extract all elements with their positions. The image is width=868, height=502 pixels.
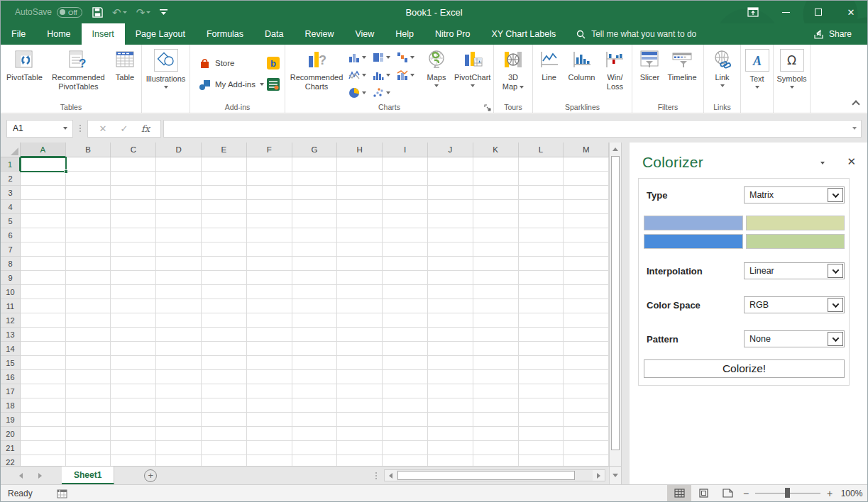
expand-formula-bar-icon[interactable] [852, 127, 857, 130]
cell-B1[interactable] [66, 157, 111, 172]
horizontal-scrollbar[interactable] [384, 469, 605, 481]
cell-E11[interactable] [202, 299, 247, 313]
previous-sheet-button[interactable] [19, 473, 23, 479]
cell-B20[interactable] [66, 427, 111, 441]
formula-input[interactable] [163, 120, 862, 138]
cell-G13[interactable] [292, 328, 338, 342]
cell-B9[interactable] [66, 271, 111, 285]
cell-I9[interactable] [383, 271, 428, 285]
cell-K21[interactable] [473, 441, 519, 455]
scroll-down-button[interactable] [609, 467, 621, 484]
cell-E9[interactable] [202, 271, 247, 285]
type-select[interactable]: Matrix [744, 186, 845, 203]
cell-F13[interactable] [247, 328, 292, 342]
ribbon-display-options-button[interactable] [737, 1, 769, 23]
cell-G5[interactable] [292, 214, 338, 228]
cell-G6[interactable] [292, 228, 338, 242]
cell-L13[interactable] [519, 328, 564, 342]
cell-I2[interactable] [383, 172, 428, 186]
cell-J6[interactable] [428, 228, 473, 242]
macro-record-button[interactable] [57, 489, 67, 498]
cell-L14[interactable] [519, 342, 564, 356]
tab-view[interactable]: View [344, 23, 385, 45]
cell-G2[interactable] [292, 172, 338, 186]
cell-D20[interactable] [156, 427, 202, 441]
cell-F11[interactable] [247, 299, 292, 313]
cell-J9[interactable] [428, 271, 473, 285]
cell-J11[interactable] [428, 299, 473, 313]
cell-K10[interactable] [473, 285, 519, 299]
cell-D21[interactable] [156, 441, 202, 455]
pivottable-button[interactable]: PivotTable [3, 46, 46, 82]
cell-B2[interactable] [66, 172, 111, 186]
cell-F9[interactable] [247, 271, 292, 285]
insert-combo-chart-button[interactable] [397, 69, 421, 81]
row-header-19[interactable]: 19 [1, 413, 21, 427]
colorspace-select-button[interactable] [828, 298, 843, 312]
cell-M17[interactable] [564, 384, 609, 398]
cell-G18[interactable] [292, 398, 338, 413]
symbols-button[interactable]: Ω Symbols [773, 46, 810, 89]
cell-C4[interactable] [111, 200, 156, 214]
cell-M14[interactable] [564, 342, 609, 356]
cell-C5[interactable] [111, 214, 156, 228]
cell-D11[interactable] [156, 299, 202, 313]
pattern-select-button[interactable] [828, 332, 843, 346]
cell-I3[interactable] [383, 186, 428, 200]
task-pane-options-icon[interactable] [820, 162, 825, 164]
cell-G4[interactable] [292, 200, 338, 214]
recommended-pivottables-button[interactable]: ? Recommended PivotTables [46, 46, 111, 91]
cell-J4[interactable] [428, 200, 473, 214]
cell-C16[interactable] [111, 370, 156, 384]
cell-L10[interactable] [519, 285, 564, 299]
cell-A14[interactable] [21, 342, 66, 356]
cell-G16[interactable] [292, 370, 338, 384]
cell-K15[interactable] [473, 356, 519, 370]
cell-C14[interactable] [111, 342, 156, 356]
cell-M11[interactable] [564, 299, 609, 313]
cell-E6[interactable] [202, 228, 247, 242]
cell-K16[interactable] [473, 370, 519, 384]
cell-H8[interactable] [337, 257, 383, 271]
cell-G3[interactable] [292, 186, 338, 200]
cell-H3[interactable] [337, 186, 383, 200]
cell-G14[interactable] [292, 342, 338, 356]
insert-pie-chart-button[interactable] [348, 87, 373, 99]
recommended-charts-button[interactable]: ? Recommended Charts [287, 46, 346, 91]
3d-map-button[interactable]: 3D Map [497, 46, 529, 91]
cell-D15[interactable] [156, 356, 202, 370]
cell-A1[interactable] [21, 157, 66, 172]
cell-J12[interactable] [428, 313, 473, 328]
cell-J14[interactable] [428, 342, 473, 356]
cell-C18[interactable] [111, 398, 156, 413]
cell-E19[interactable] [202, 413, 247, 427]
sheet-tab-sheet1[interactable]: Sheet1 [62, 467, 114, 484]
cell-B12[interactable] [66, 313, 111, 328]
cell-M19[interactable] [564, 413, 609, 427]
cell-L15[interactable] [519, 356, 564, 370]
redo-dropdown-icon[interactable] [146, 11, 150, 13]
horizontal-scroll-thumb[interactable] [397, 471, 575, 480]
insert-column-chart-button[interactable] [348, 52, 373, 63]
sparkline-winloss-button[interactable]: Win/ Loss [600, 46, 630, 91]
cell-B21[interactable] [66, 441, 111, 455]
cell-A2[interactable] [21, 172, 66, 186]
column-header-K[interactable]: K [473, 143, 519, 157]
cell-E17[interactable] [202, 384, 247, 398]
cell-I10[interactable] [383, 285, 428, 299]
my-addins-button[interactable]: My Add-ins [196, 76, 267, 93]
tell-me-box[interactable]: Tell me what you want to do [576, 23, 696, 45]
cell-A19[interactable] [21, 413, 66, 427]
cell-L20[interactable] [519, 427, 564, 441]
cell-B19[interactable] [66, 413, 111, 427]
cell-C15[interactable] [111, 356, 156, 370]
cell-H9[interactable] [337, 271, 383, 285]
cell-M3[interactable] [564, 186, 609, 200]
cell-G20[interactable] [292, 427, 338, 441]
pivotchart-button[interactable]: PivotChart [451, 46, 494, 87]
cell-E4[interactable] [202, 200, 247, 214]
formula-bar-resize-handle[interactable] [75, 125, 85, 132]
cell-E14[interactable] [202, 342, 247, 356]
cell-L1[interactable] [519, 157, 564, 172]
cell-M8[interactable] [564, 257, 609, 271]
